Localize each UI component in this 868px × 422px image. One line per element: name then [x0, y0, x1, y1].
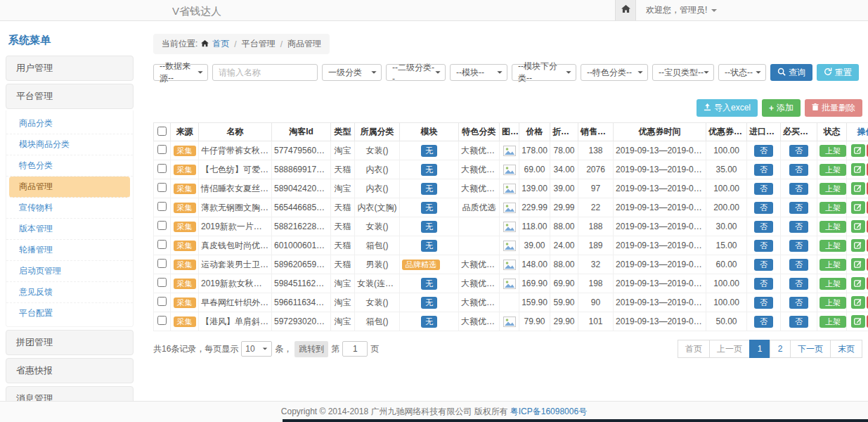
filter-select-4[interactable]: --模块--: [450, 64, 507, 81]
row-checkbox[interactable]: [157, 316, 167, 325]
sidebar-group-2[interactable]: 拼团管理: [6, 330, 134, 355]
cell-type: 天猫: [331, 198, 355, 217]
per-page-select[interactable]: 10: [241, 341, 272, 357]
must-buy-toggle[interactable]: 否: [789, 297, 808, 309]
import-choice-toggle[interactable]: 否: [754, 183, 773, 195]
filter-select-3[interactable]: --二级分类--: [386, 64, 446, 81]
breadcrumb-home-link[interactable]: 首页: [212, 38, 229, 50]
page-button[interactable]: 末页: [830, 340, 862, 358]
must-buy-toggle[interactable]: 否: [789, 316, 808, 328]
sidebar-item[interactable]: 平台配置: [6, 303, 133, 324]
status-toggle[interactable]: 上架: [820, 240, 846, 252]
must-buy-toggle[interactable]: 否: [789, 145, 808, 157]
must-buy-toggle[interactable]: 否: [789, 278, 808, 290]
sidebar-item[interactable]: 模块商品分类: [6, 134, 133, 155]
row-checkbox[interactable]: [157, 202, 167, 211]
cell-type: 天猫: [331, 160, 355, 179]
import-excel-button[interactable]: 导入excel: [697, 99, 758, 117]
sidebar-item[interactable]: 轮播管理: [6, 240, 133, 261]
page-number-input[interactable]: [342, 341, 368, 357]
page-button[interactable]: 1: [749, 340, 770, 358]
filter-select-2[interactable]: 一级分类: [322, 64, 382, 81]
status-toggle[interactable]: 上架: [820, 183, 846, 195]
edit-button[interactable]: [851, 239, 865, 252]
must-buy-toggle[interactable]: 否: [789, 183, 808, 195]
add-button[interactable]: + 添加: [762, 99, 801, 117]
import-choice-toggle[interactable]: 否: [754, 221, 773, 233]
must-buy-toggle[interactable]: 否: [789, 202, 808, 214]
sidebar-item[interactable]: 版本管理: [6, 219, 133, 240]
sidebar-group-4[interactable]: 消息管理: [6, 386, 134, 401]
must-buy-toggle[interactable]: 否: [789, 164, 808, 176]
row-checkbox[interactable]: [157, 183, 167, 192]
edit-button[interactable]: [851, 258, 865, 271]
query-button[interactable]: 查询: [770, 64, 812, 81]
sidebar-group-3[interactable]: 省惠快报: [6, 358, 134, 383]
sidebar-item[interactable]: 宣传物料: [6, 198, 133, 219]
page-button[interactable]: 首页: [678, 340, 710, 358]
status-toggle[interactable]: 上架: [820, 164, 846, 176]
cell-feature: 大额优惠券: [459, 179, 500, 198]
import-choice-toggle[interactable]: 否: [754, 240, 773, 252]
name-search-input[interactable]: [212, 64, 318, 81]
edit-button[interactable]: [851, 296, 865, 309]
filter-select-6[interactable]: --特色分类--: [581, 64, 648, 81]
home-button[interactable]: [615, 0, 636, 20]
import-choice-toggle[interactable]: 否: [754, 278, 773, 290]
filter-select-5[interactable]: --模块下分类--: [512, 64, 576, 81]
must-buy-toggle[interactable]: 否: [789, 221, 808, 233]
edit-button[interactable]: [851, 315, 865, 328]
edit-button[interactable]: [851, 201, 865, 214]
cell-name: 薄款无钢圈文胸聚拢性...: [199, 198, 272, 217]
status-toggle[interactable]: 上架: [820, 202, 846, 214]
filter-select-8[interactable]: --状态--: [718, 64, 766, 81]
edit-button[interactable]: [851, 163, 865, 176]
sidebar-item[interactable]: 特色分类: [6, 155, 133, 177]
row-checkbox[interactable]: [157, 221, 167, 230]
import-choice-toggle[interactable]: 否: [754, 297, 773, 309]
sidebar-item[interactable]: 商品管理: [9, 177, 130, 198]
status-toggle[interactable]: 上架: [820, 221, 846, 233]
icp-link[interactable]: 粤ICP备16098006号: [510, 406, 587, 418]
edit-button[interactable]: [851, 182, 865, 195]
status-toggle[interactable]: 上架: [820, 297, 846, 309]
page-button[interactable]: 2: [770, 340, 791, 358]
status-toggle[interactable]: 上架: [820, 278, 846, 290]
filter-select-7[interactable]: --宝贝类型--: [652, 64, 714, 81]
row-checkbox[interactable]: [157, 145, 167, 154]
sidebar-group-0[interactable]: 用户管理: [6, 56, 134, 81]
import-choice-toggle[interactable]: 否: [754, 164, 773, 176]
row-checkbox[interactable]: [157, 164, 167, 173]
page-button[interactable]: 上一页: [709, 340, 750, 358]
row-checkbox[interactable]: [157, 297, 167, 306]
status-toggle[interactable]: 上架: [820, 145, 846, 157]
status-toggle[interactable]: 上架: [820, 259, 846, 271]
import-choice-toggle[interactable]: 否: [754, 202, 773, 214]
jump-button[interactable]: 跳转到: [294, 341, 328, 357]
filter-select-0[interactable]: --数据来源--: [153, 64, 208, 81]
sidebar-group-1[interactable]: 平台管理: [6, 84, 134, 109]
import-choice-toggle[interactable]: 否: [754, 259, 773, 271]
sidebar-item[interactable]: 商品分类: [6, 113, 133, 134]
edit-button[interactable]: [851, 144, 865, 157]
must-buy-toggle[interactable]: 否: [789, 240, 808, 252]
select-all-checkbox[interactable]: [157, 127, 167, 136]
column-header: 优惠券金额: [706, 123, 747, 141]
import-choice-toggle[interactable]: 否: [754, 145, 773, 157]
column-header: 进口优选: [747, 123, 781, 141]
bulk-delete-button[interactable]: 批量删除: [805, 99, 862, 117]
page-button[interactable]: 下一页: [790, 340, 831, 358]
sidebar-item[interactable]: 意见反馈: [6, 282, 133, 303]
edit-button[interactable]: [851, 220, 865, 233]
import-choice-toggle[interactable]: 否: [754, 316, 773, 328]
sidebar-item[interactable]: 启动页管理: [6, 261, 133, 282]
row-checkbox[interactable]: [157, 240, 167, 249]
user-menu[interactable]: 欢迎您，管理员!: [636, 0, 868, 20]
edit-button[interactable]: [851, 277, 865, 290]
edit-icon: [854, 316, 862, 327]
reset-button[interactable]: 重置: [817, 64, 859, 81]
must-buy-toggle[interactable]: 否: [789, 259, 808, 271]
row-checkbox[interactable]: [157, 259, 167, 268]
row-checkbox[interactable]: [157, 278, 167, 287]
status-toggle[interactable]: 上架: [820, 316, 846, 328]
